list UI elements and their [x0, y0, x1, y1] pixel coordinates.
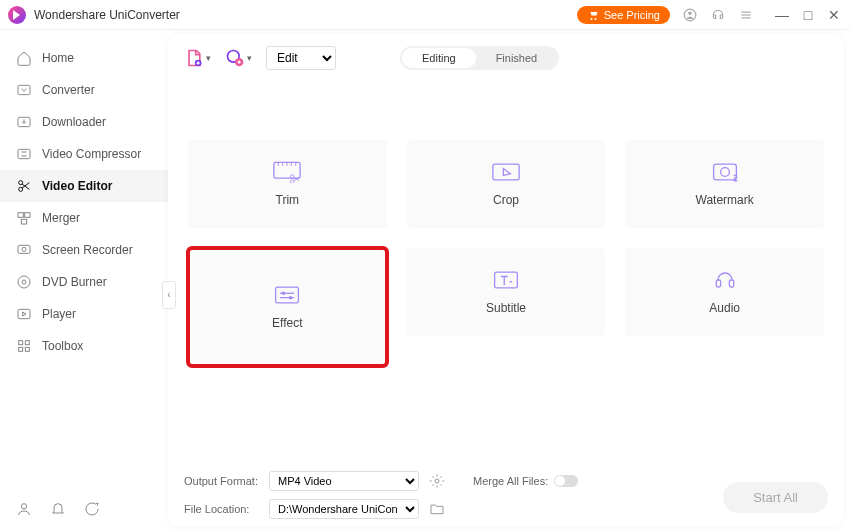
watermark-icon: [711, 161, 739, 183]
minimize-button[interactable]: —: [774, 7, 790, 23]
svg-rect-19: [25, 341, 29, 345]
tab-finished[interactable]: Finished: [476, 48, 558, 68]
svg-point-16: [22, 280, 26, 284]
file-location-select[interactable]: D:\Wondershare UniConverter 1: [269, 499, 419, 519]
merge-label: Merge All Files:: [473, 475, 548, 487]
chevron-down-icon: ▾: [247, 53, 252, 63]
svg-rect-42: [495, 272, 518, 288]
sidebar-item-downloader[interactable]: Downloader: [0, 106, 168, 138]
card-audio[interactable]: Audio: [625, 248, 824, 336]
sidebar-item-label: Converter: [42, 83, 95, 97]
card-label: Watermark: [696, 193, 754, 207]
card-label: Audio: [709, 301, 740, 315]
see-pricing-label: See Pricing: [604, 9, 660, 21]
card-label: Subtitle: [486, 301, 526, 315]
sidebar-item-home[interactable]: Home: [0, 42, 168, 74]
sidebar-item-screen-recorder[interactable]: Screen Recorder: [0, 234, 168, 266]
dvd-icon: [16, 274, 32, 290]
svg-rect-43: [716, 280, 720, 287]
chevron-down-icon: ▾: [206, 53, 211, 63]
sidebar-item-converter[interactable]: Converter: [0, 74, 168, 106]
svg-rect-7: [18, 149, 30, 158]
account-icon[interactable]: [682, 7, 698, 23]
sidebar-item-label: Merger: [42, 211, 80, 225]
support-icon[interactable]: [710, 7, 726, 23]
start-all-button[interactable]: Start All: [723, 482, 828, 513]
account-status-icon[interactable]: [16, 501, 32, 521]
app-logo-icon: [8, 6, 26, 24]
player-icon: [16, 306, 32, 322]
home-icon: [16, 50, 32, 66]
svg-rect-11: [25, 213, 30, 218]
sidebar-item-video-editor[interactable]: Video Editor: [0, 170, 168, 202]
svg-rect-37: [276, 287, 299, 303]
svg-rect-34: [493, 164, 519, 180]
svg-point-22: [21, 504, 26, 509]
card-watermark[interactable]: Watermark: [625, 140, 824, 228]
svg-rect-20: [19, 347, 23, 351]
card-subtitle[interactable]: Subtitle: [407, 248, 606, 336]
svg-rect-5: [18, 85, 30, 94]
scissors-icon: [16, 178, 32, 194]
sidebar-item-label: Toolbox: [42, 339, 83, 353]
cart-icon: [587, 9, 599, 21]
app-title: Wondershare UniConverter: [34, 8, 180, 22]
see-pricing-button[interactable]: See Pricing: [577, 6, 670, 24]
svg-rect-10: [18, 213, 23, 218]
svg-point-39: [282, 292, 286, 296]
add-url-button[interactable]: ▾: [225, 48, 252, 68]
svg-rect-12: [21, 219, 26, 224]
merger-icon: [16, 210, 32, 226]
add-file-button[interactable]: ▾: [184, 48, 211, 68]
effect-icon: [273, 284, 301, 306]
sidebar-item-toolbox[interactable]: Toolbox: [0, 330, 168, 362]
trim-icon: [273, 161, 301, 183]
sidebar-item-merger[interactable]: Merger: [0, 202, 168, 234]
sidebar-item-player[interactable]: Player: [0, 298, 168, 330]
add-file-icon: [184, 48, 204, 68]
sidebar-item-label: Screen Recorder: [42, 243, 133, 257]
subtitle-icon: [492, 269, 520, 291]
converter-icon: [16, 82, 32, 98]
svg-point-14: [22, 247, 26, 251]
svg-point-45: [435, 479, 439, 483]
titlebar: Wondershare UniConverter See Pricing — □…: [0, 0, 850, 30]
card-effect[interactable]: Effect: [188, 248, 387, 366]
svg-point-1: [688, 11, 692, 15]
card-label: Trim: [276, 193, 300, 207]
collapse-sidebar-button[interactable]: ‹: [162, 281, 176, 309]
output-format-label: Output Format:: [184, 475, 259, 487]
card-label: Effect: [272, 316, 302, 330]
feedback-icon[interactable]: [84, 501, 100, 521]
settings-icon[interactable]: [429, 473, 445, 489]
compressor-icon: [16, 146, 32, 162]
sidebar-item-compressor[interactable]: Video Compressor: [0, 138, 168, 170]
sidebar-item-label: Downloader: [42, 115, 106, 129]
merge-toggle[interactable]: [554, 475, 578, 487]
sidebar-item-label: Video Compressor: [42, 147, 141, 161]
file-location-label: File Location:: [184, 503, 259, 515]
mode-select[interactable]: Edit: [266, 46, 336, 70]
folder-icon[interactable]: [429, 501, 445, 517]
notifications-icon[interactable]: [50, 501, 66, 521]
svg-rect-13: [18, 245, 30, 253]
output-format-select[interactable]: MP4 Video: [269, 471, 419, 491]
card-crop[interactable]: Crop: [407, 140, 606, 228]
maximize-button[interactable]: □: [800, 7, 816, 23]
svg-point-33: [291, 180, 295, 183]
sidebar-item-label: DVD Burner: [42, 275, 107, 289]
sidebar: Home Converter Downloader Video Compress…: [0, 30, 168, 531]
close-button[interactable]: ✕: [826, 7, 842, 23]
sidebar-item-dvd-burner[interactable]: DVD Burner: [0, 266, 168, 298]
svg-point-15: [18, 276, 30, 288]
sidebar-item-label: Video Editor: [42, 179, 112, 193]
crop-icon: [492, 161, 520, 183]
toolbox-icon: [16, 338, 32, 354]
svg-rect-17: [18, 309, 30, 318]
card-trim[interactable]: Trim: [188, 140, 387, 228]
main-panel: ▾ ▾ Edit Editing Finished Trim Crop: [168, 34, 844, 527]
tab-editing[interactable]: Editing: [402, 48, 476, 68]
svg-point-41: [289, 296, 293, 300]
target-icon: [225, 48, 245, 68]
menu-icon[interactable]: [738, 7, 754, 23]
